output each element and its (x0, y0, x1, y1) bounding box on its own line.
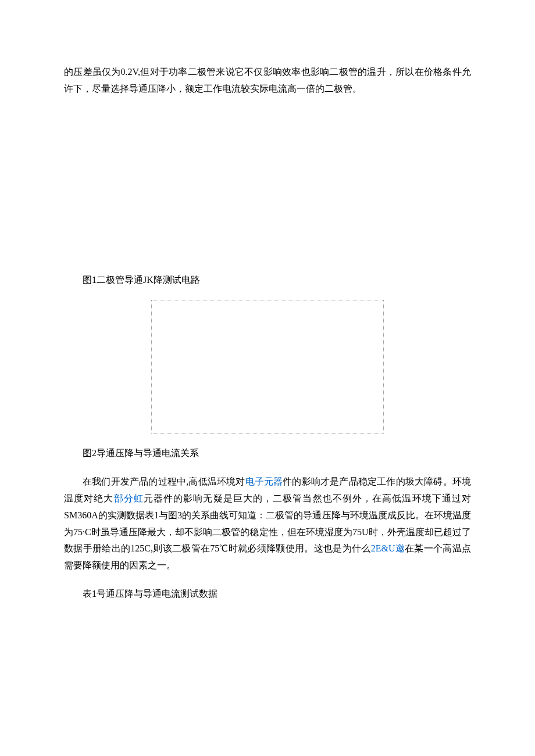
intro-text: 的压差虽仅为0.2V,但对于功率二极管来说它不仅影响效率也影响二极管的温升，所以… (64, 67, 471, 94)
figure1-caption: 图1二极管导通JK降测试电路 (64, 272, 471, 289)
table1-caption: 表1号通压降与导通电流测试数据 (64, 586, 471, 603)
link-partial[interactable]: 部分虹 (114, 493, 144, 503)
figure2-placeholder (151, 300, 384, 433)
body-paragraph: 在我们开发产品的过程中,高低温环境对电子元器件的影响才是产品稳定工作的圾大障碍。… (64, 474, 471, 574)
table1-caption-text: 表1号通压降与导通电流测试数据 (83, 589, 217, 599)
figure2-caption-text: 图2导通压降与导通电流关系 (83, 448, 199, 458)
figure1-caption-text: 图1二极管导通JK降测试电路 (83, 275, 200, 285)
link-2eu[interactable]: 2E&U邀 (371, 543, 405, 553)
figure2-caption: 图2导通压降与导通电流关系 (64, 445, 471, 462)
link-electronic-component[interactable]: 电子元器 (245, 476, 283, 486)
body-part1: 在我们开发产品的过程中,高低温环境对 (83, 476, 245, 486)
figure1-spacer (64, 98, 471, 260)
intro-paragraph: 的压差虽仅为0.2V,但对于功率二极管来说它不仅影响效率也影响二极管的温升，所以… (64, 64, 471, 98)
